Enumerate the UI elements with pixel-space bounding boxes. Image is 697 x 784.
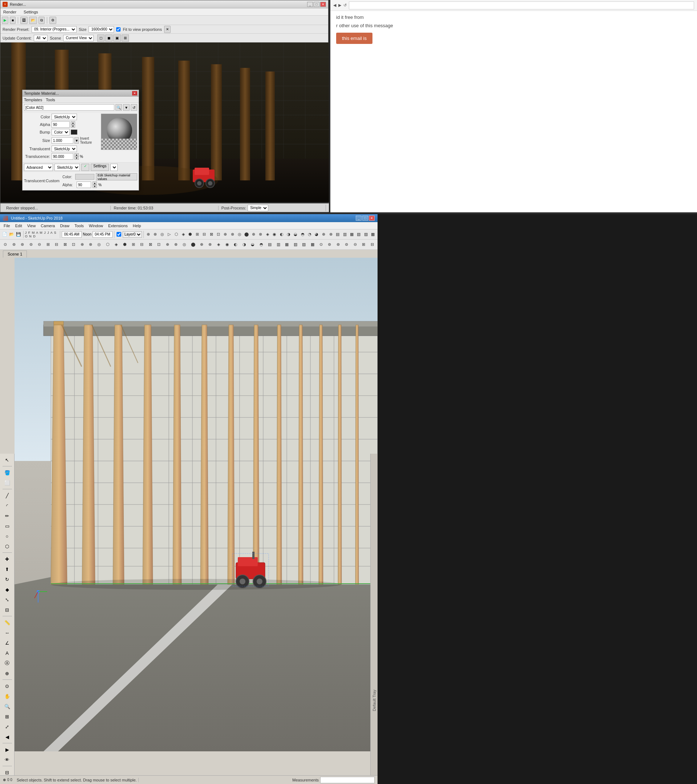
tool13[interactable]: ⊗	[229, 231, 236, 239]
offset-tool[interactable]: ⊟	[2, 605, 13, 614]
pushpull-tool[interactable]: ⬆	[2, 564, 13, 574]
orbit-tool[interactable]: ⊙	[2, 681, 13, 691]
line-tool[interactable]: ╱	[2, 491, 13, 500]
skp-t28[interactable]: ◐	[232, 240, 240, 249]
skp-t35[interactable]: ▧	[292, 240, 300, 249]
3dtext-tool[interactable]: Ⓐ	[2, 659, 13, 668]
skp-t4[interactable]: ⊜	[27, 240, 35, 249]
bump-select[interactable]: Color	[51, 129, 70, 135]
skp-t31[interactable]: ◓	[257, 240, 265, 249]
skp-t21[interactable]: ⊗	[172, 240, 180, 249]
color-select[interactable]: SketchUp	[51, 114, 77, 120]
walkthroughs-tool[interactable]: ▶	[2, 745, 13, 754]
zoomwindow-tool[interactable]: ⊞	[2, 712, 13, 721]
skp-t12[interactable]: ◎	[96, 240, 104, 249]
skp-t34[interactable]: ▦	[283, 240, 291, 249]
tool12[interactable]: ⊕	[222, 231, 228, 239]
custom-alpha-down[interactable]: ▼	[92, 185, 97, 188]
tool7[interactable]: ⬢	[187, 231, 193, 239]
skp-t33[interactable]: ▥	[274, 240, 282, 249]
skp-t1[interactable]: ⊙	[2, 240, 10, 249]
render-settings-button[interactable]: ⚙	[49, 17, 56, 24]
update-content-select[interactable]: All	[34, 35, 48, 41]
tool18[interactable]: ◈	[264, 231, 270, 239]
material-search-input[interactable]	[24, 104, 114, 111]
tool33[interactable]: ▩	[370, 231, 376, 239]
skp-t44[interactable]: ⊟	[369, 240, 376, 249]
skp-t13[interactable]: ⬡	[104, 240, 112, 249]
scene-select[interactable]: Current View	[63, 35, 94, 41]
skp-t42[interactable]: ⊝	[351, 240, 359, 249]
scale-tool[interactable]: ⤡	[2, 595, 13, 604]
skp-menu-view[interactable]: View	[25, 223, 38, 229]
pan-tool[interactable]: ✋	[2, 692, 13, 701]
skp-t24[interactable]: ⊕	[198, 240, 206, 249]
alpha-input[interactable]	[51, 121, 70, 128]
tool29[interactable]: ▥	[342, 231, 348, 239]
axes-tool[interactable]: ⊕	[2, 669, 13, 678]
followme-tool[interactable]: ◆	[2, 585, 13, 594]
render-play-button[interactable]: ▶	[2, 17, 8, 24]
polygon-tool[interactable]: ⬡	[2, 542, 13, 551]
skp-maximize[interactable]: □	[362, 216, 368, 221]
skp-t15[interactable]: ⬢	[121, 240, 129, 249]
translucent-select[interactable]: SketchUp	[51, 145, 77, 152]
bump-color-swatch[interactable]	[71, 130, 77, 135]
render-copy-button[interactable]: ⧉	[38, 17, 44, 24]
browser-back[interactable]: ◀	[333, 3, 336, 8]
tool30[interactable]: ▦	[348, 231, 355, 239]
alpha-up[interactable]: ▲	[71, 121, 75, 125]
tool15[interactable]: ⬤	[243, 231, 249, 239]
tool6[interactable]: ◈	[180, 231, 186, 239]
skp-t14[interactable]: ◈	[112, 240, 120, 249]
skp-t11[interactable]: ⊗	[87, 240, 95, 249]
rect-tool[interactable]: ▭	[2, 521, 13, 530]
skp-t18[interactable]: ⊠	[147, 240, 155, 249]
tool10[interactable]: ⊠	[208, 231, 214, 239]
tool22[interactable]: ◒	[293, 231, 299, 239]
skp-t6[interactable]: ⊞	[44, 240, 52, 249]
tool24[interactable]: ◔	[306, 231, 313, 239]
search-button[interactable]: 🔍	[115, 104, 122, 111]
tape-tool[interactable]: 📏	[2, 618, 13, 627]
skp-t8[interactable]: ⊠	[61, 240, 69, 249]
skp-save[interactable]: 💾	[16, 231, 22, 239]
skp-menu-camera[interactable]: Camera	[38, 223, 57, 229]
skp-t7[interactable]: ⊟	[53, 240, 61, 249]
skp-new[interactable]: 📄	[2, 231, 8, 239]
skp-t30[interactable]: ◒	[249, 240, 257, 249]
scene-tab-1[interactable]: Scene 1	[3, 250, 27, 258]
translucence-input[interactable]	[51, 153, 73, 160]
render-preset-select[interactable]: 09. Interior (Progres...	[31, 26, 77, 33]
alpha-down[interactable]: ▼	[71, 125, 75, 128]
render-save-button[interactable]: 🖼	[20, 17, 28, 24]
skp-t3[interactable]: ⊛	[18, 240, 26, 249]
menu-settings[interactable]: Settings	[22, 10, 40, 14]
skp-t16[interactable]: ⊞	[130, 240, 138, 249]
tool31[interactable]: ▧	[356, 231, 362, 239]
text-tool[interactable]: A	[2, 648, 13, 658]
size-options[interactable]: ▼	[74, 137, 79, 144]
post-process-select[interactable]: Simple	[247, 205, 268, 211]
menu-render[interactable]: Render	[2, 10, 18, 14]
skp-t36[interactable]: ▨	[300, 240, 308, 249]
custom-alpha-up[interactable]: ▲	[92, 181, 97, 185]
material-refresh-button[interactable]: ↺	[131, 104, 137, 111]
mat-menu-templates[interactable]: Templates	[24, 98, 42, 102]
mat-menu-tools[interactable]: Tools	[46, 98, 55, 102]
material-dialog-close[interactable]: ✕	[132, 91, 137, 96]
circle-tool[interactable]: ○	[2, 531, 13, 541]
size-select[interactable]: 1600x900	[89, 26, 114, 33]
tool14[interactable]: ◎	[236, 231, 242, 239]
skp-minimize[interactable]: _	[356, 216, 362, 221]
skp-t39[interactable]: ⊚	[326, 240, 334, 249]
lookaround-tool[interactable]: 👁	[2, 755, 13, 764]
tool28[interactable]: ▤	[335, 231, 341, 239]
skp-t41[interactable]: ⊜	[343, 240, 351, 249]
skp-t5[interactable]: ⊝	[36, 240, 44, 249]
tool9[interactable]: ⊟	[201, 231, 207, 239]
sketchup-dropdown[interactable]: SketchUp	[54, 164, 80, 171]
skp-t22[interactable]: ◎	[181, 240, 189, 249]
skp-close[interactable]: ✕	[369, 216, 375, 221]
browser-refresh[interactable]: ↺	[343, 3, 347, 8]
